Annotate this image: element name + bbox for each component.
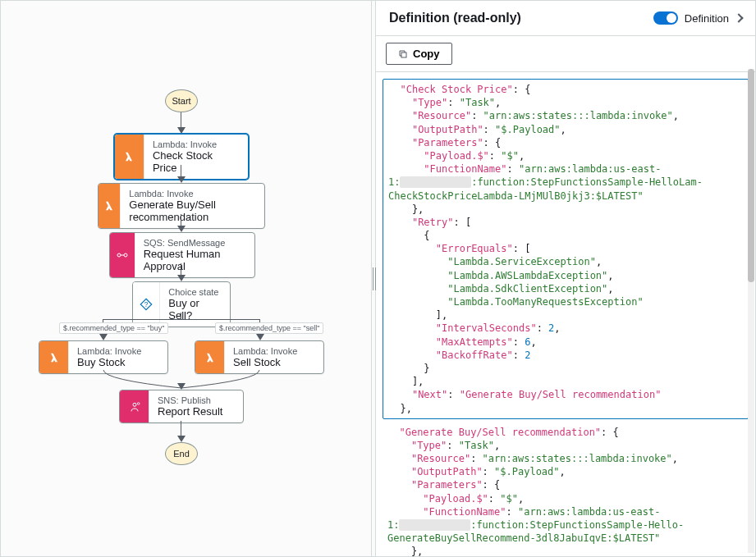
- edge: [181, 112, 181, 127]
- edge: [181, 165, 181, 176]
- edge: [181, 421, 181, 436]
- code-scroll-area[interactable]: "Check Stock Price": { "Type": "Task", "…: [376, 72, 755, 556]
- code-check-stock-price: "Check Stock Price": { "Type": "Task", "…: [388, 83, 743, 415]
- arrow-icon: [256, 334, 264, 340]
- code-generate-recommendation: "Generate Buy/Sell recommendation": { "T…: [387, 426, 744, 556]
- scrollbar-thumb[interactable]: [748, 69, 754, 282]
- end-terminal[interactable]: End: [165, 442, 198, 465]
- edge: [181, 313, 181, 319]
- chevron-right-icon[interactable]: [734, 13, 743, 22]
- edge: [181, 214, 181, 226]
- state-check-stock-price[interactable]: Lambda: InvokeCheck Stock Price: [114, 134, 249, 180]
- state-request-human-approval[interactable]: SQS: SendMessageRequest Human Approval: [109, 232, 255, 278]
- definition-panel: Definition (read-only) Definition Copy "…: [376, 1, 755, 556]
- copy-icon: [398, 49, 408, 59]
- sns-icon: [120, 390, 149, 422]
- state-generate-recommendation[interactable]: Lambda: InvokeGenerate Buy/Sell recommen…: [98, 183, 265, 229]
- definition-panel-title: Definition (read-only): [389, 11, 521, 25]
- svg-point-0: [117, 253, 121, 257]
- edge: [103, 319, 260, 320]
- state-buy-or-sell-choice[interactable]: ? Choice stateBuy or Sell?: [132, 281, 231, 327]
- svg-rect-5: [401, 53, 406, 57]
- arrow-icon: [177, 176, 186, 183]
- arrow-icon: [99, 334, 108, 340]
- definition-toggle[interactable]: [653, 11, 678, 25]
- scrollbar-track[interactable]: [748, 69, 754, 553]
- arrow-icon: [177, 127, 186, 134]
- code-highlight-check: "Check Stock Price": { "Type": "Task", "…: [383, 79, 749, 419]
- edge: [181, 263, 181, 275]
- condition-buy-label: $.recommended_type == "buy": [59, 322, 168, 334]
- svg-point-1: [124, 253, 127, 257]
- lambda-icon: [99, 184, 121, 228]
- svg-point-4: [137, 402, 140, 404]
- svg-text:?: ?: [144, 301, 149, 308]
- state-buy-stock[interactable]: Lambda: InvokeBuy Stock: [39, 340, 168, 374]
- state-report-result[interactable]: SNS: PublishReport Result: [119, 390, 244, 423]
- state-sell-stock[interactable]: Lambda: InvokeSell Stock: [195, 340, 324, 374]
- arrow-icon: [177, 383, 186, 390]
- condition-sell-label: $.recommended_type == "sell": [215, 322, 323, 334]
- svg-point-3: [133, 403, 136, 406]
- copy-button[interactable]: Copy: [386, 43, 452, 65]
- workflow-canvas[interactable]: Start Lambda: InvokeCheck Stock Price La…: [1, 1, 371, 556]
- start-terminal[interactable]: Start: [165, 89, 198, 112]
- lambda-icon: [115, 135, 144, 179]
- lambda-icon: [195, 341, 225, 373]
- arrow-icon: [177, 275, 186, 281]
- arrow-icon: [177, 226, 186, 232]
- sqs-icon: [110, 233, 135, 277]
- definition-toggle-label: Definition: [685, 12, 729, 25]
- arrow-icon: [177, 436, 186, 442]
- lambda-icon: [39, 341, 69, 373]
